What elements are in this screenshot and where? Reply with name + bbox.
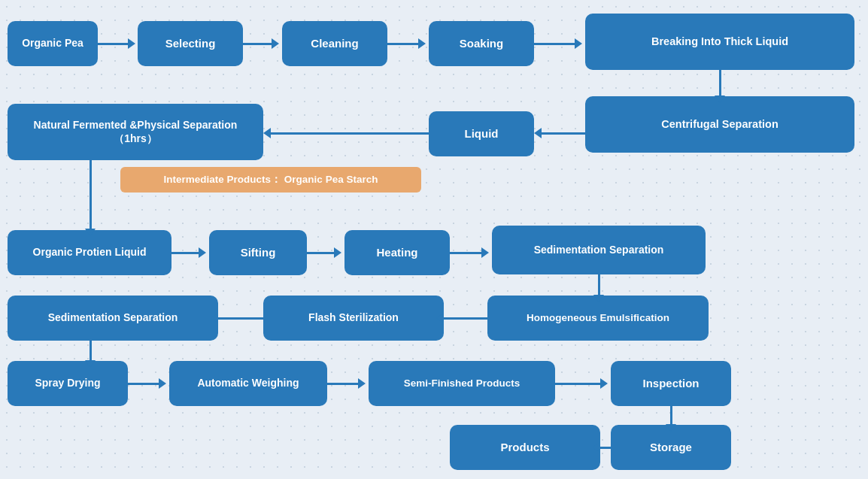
spray-node: Spray Drying xyxy=(8,361,128,406)
sifting-node: Sifting xyxy=(209,230,307,275)
homogeneous-node: Homogeneous Emulsification xyxy=(487,296,709,341)
semi-finished-node: Semi-Finished Products xyxy=(369,361,555,406)
arrow-op-sift xyxy=(171,252,202,254)
arrowhead-sed2-spray xyxy=(85,360,96,368)
arrow-auto-semi xyxy=(327,383,361,385)
arrow-heat-sed1 xyxy=(450,252,484,254)
arrow-storage-prod xyxy=(600,447,611,449)
arrowhead-sel-clean xyxy=(272,38,279,49)
organic-pea-node: Organic Pea xyxy=(8,21,98,66)
intermediate-node: Intermediate Products： Organic Pea Starc… xyxy=(120,167,421,193)
organic-protien-node: Organic Protien Liquid xyxy=(8,230,171,275)
arrow-soak-break xyxy=(534,43,578,45)
arrowhead-sift-heat xyxy=(334,247,341,258)
arrowhead-heat-sed1 xyxy=(481,247,489,258)
arrowhead-cent-liquid xyxy=(534,128,542,138)
arrow-sel-clean xyxy=(243,43,275,45)
natural-fermented-node: Natural Fermented &Physical Separation（1… xyxy=(8,104,263,160)
arrowhead-auto-semi xyxy=(358,378,366,389)
products-node: Products xyxy=(450,425,600,470)
arrowhead-semi-insp xyxy=(600,378,608,389)
arrow-homo-flash xyxy=(444,317,487,320)
breaking-node: Breaking Into Thick Liquid xyxy=(585,14,854,70)
arrow-break-cent xyxy=(719,70,721,99)
arrowhead-insp-storage xyxy=(666,424,676,432)
arrow-cent-liquid xyxy=(540,132,585,135)
arrowhead-clean-soak xyxy=(418,38,426,49)
arrowhead-natural-down xyxy=(85,229,96,236)
arrow-spray-auto xyxy=(128,383,162,385)
flow-diagram: Organic Pea Selecting Cleaning Soaking B… xyxy=(0,0,868,479)
sedimentation2-node: Sedimentation Separation xyxy=(8,296,218,341)
arrow-flash-sed2 xyxy=(218,317,263,320)
arrowhead-homo-flash xyxy=(436,313,444,323)
centrifugal-node: Centrifugal Separation xyxy=(585,96,854,153)
arrowhead-storage-prod xyxy=(593,442,600,453)
arrowhead-soak-break xyxy=(575,38,582,49)
arrowhead-op-sift xyxy=(199,247,206,258)
arrowhead-sed1-homo xyxy=(593,295,604,302)
arrowhead-break-cent xyxy=(715,95,725,103)
auto-weighing-node: Automatic Weighing xyxy=(169,361,327,406)
selecting-node: Selecting xyxy=(138,21,243,66)
arrowhead-liquid-natural xyxy=(263,128,271,138)
arrow-pea-selecting xyxy=(98,43,130,45)
arrow-liquid-natural xyxy=(271,132,429,135)
heating-node: Heating xyxy=(344,230,450,275)
storage-node: Storage xyxy=(611,425,731,470)
arrowhead-flash-sed2 xyxy=(211,313,218,323)
arrow-sift-heat xyxy=(307,252,337,254)
flash-node: Flash Sterilization xyxy=(263,296,444,341)
cleaning-node: Cleaning xyxy=(282,21,387,66)
arrow-clean-soak xyxy=(387,43,421,45)
liquid-node: Liquid xyxy=(429,111,534,156)
soaking-node: Soaking xyxy=(429,21,534,66)
sedimentation1-node: Sedimentation Separation xyxy=(492,226,706,274)
arrow-semi-insp xyxy=(555,383,603,385)
arrowhead-spray-auto xyxy=(159,378,166,389)
inspection-node: Inspection xyxy=(611,361,731,406)
arrow-natural-down xyxy=(90,160,92,232)
arrowhead-pea-selecting xyxy=(128,38,135,49)
